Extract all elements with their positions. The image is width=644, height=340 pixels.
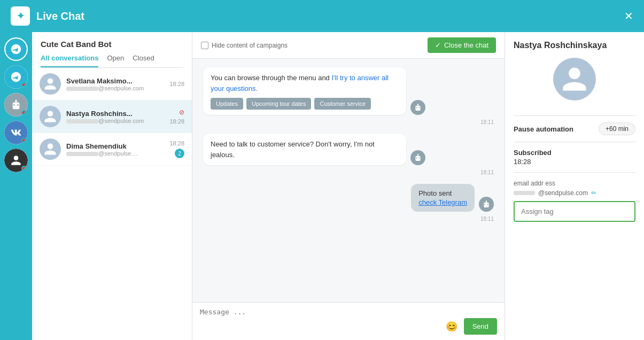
- message-time-2: 18:11: [203, 169, 494, 175]
- message-group-2: Need to talk to customer service? Don't …: [203, 134, 494, 175]
- divider-3: [514, 172, 635, 173]
- app-title: Live Chat: [36, 10, 624, 22]
- message-input[interactable]: [200, 308, 439, 335]
- contact-email-1: @sendpulse.com: [66, 85, 166, 91]
- main-layout: Cute Cat Band Bot All conversations Open…: [0, 32, 644, 340]
- photo-sent-text: Photo sent: [418, 189, 452, 197]
- pause-automation-button[interactable]: +60 min: [599, 122, 635, 135]
- message-btn-updates[interactable]: Updates: [211, 98, 243, 110]
- pause-automation-label: Pause automation: [514, 125, 573, 133]
- photo-message-bubble: Photo sent check Telegram: [411, 184, 475, 212]
- message-btn-tour[interactable]: Upcoming tour dates: [246, 98, 312, 110]
- contacts-scroll: Svetlana Maksimo... @sendpulse.com 18:28…: [32, 68, 192, 340]
- message-bubble-1: You can browse through the menu and I'll…: [203, 67, 406, 115]
- chat-toolbar: Hide content of campaigns ✓ Close the ch…: [192, 32, 505, 59]
- status-error-icon-2: ⊘: [179, 109, 184, 116]
- user-name-title: Nastya Roshchinskaya: [514, 41, 635, 50]
- contact-item-2[interactable]: Nastya Roshchins... @sendpulse.com ⊘ 18:…: [32, 101, 192, 133]
- divider-2: [514, 142, 635, 142]
- unread-badge-3: 2: [175, 149, 184, 158]
- email-blur-1: [66, 87, 98, 91]
- contact-tabs: All conversations Open Closed: [41, 54, 183, 68]
- chat-input-area: 😊 Send: [192, 302, 505, 340]
- sidebar-icon-1[interactable]: [4, 37, 28, 61]
- hide-campaigns-label: Hide content of campaigns: [212, 42, 288, 49]
- sidebar-icon-5[interactable]: [4, 149, 28, 172]
- logo-symbol: ✦: [17, 10, 25, 22]
- message-group-3: Photo sent check Telegram 18:11: [203, 184, 494, 222]
- message-wrap-1: You can browse through the menu and I'll…: [203, 67, 494, 115]
- send-button[interactable]: Send: [464, 318, 497, 335]
- right-panel: Nastya Roshchinskaya Pause automation +6…: [505, 32, 644, 340]
- contact-list: Cute Cat Band Bot All conversations Open…: [32, 32, 192, 340]
- contact-name-2: Nastya Roshchins...: [66, 110, 166, 118]
- subscribed-row: Subscribed 18:28: [514, 149, 635, 166]
- message-buttons-1: Updates Upcoming tour dates Customer ser…: [211, 98, 399, 110]
- contact-item-1[interactable]: Svetlana Maksimo... @sendpulse.com 18:28: [32, 68, 192, 101]
- contact-info-3: Dima Shemendiuk @sendpulse....: [66, 142, 166, 157]
- contact-avatar-2: [40, 106, 61, 127]
- message-text-2: Need to talk to customer service? Don't …: [211, 140, 375, 159]
- hide-campaigns-checkbox[interactable]: [201, 42, 208, 49]
- contact-info-2: Nastya Roshchins... @sendpulse.com: [66, 110, 166, 124]
- bot-avatar-3: [479, 197, 494, 212]
- hide-campaigns-toggle[interactable]: Hide content of campaigns: [201, 42, 288, 49]
- bot-avatar-1: [410, 100, 425, 115]
- sidebar-icon-4[interactable]: [4, 121, 28, 144]
- tab-open[interactable]: Open: [107, 54, 124, 67]
- pause-automation-row: Pause automation +60 min: [514, 122, 635, 135]
- sidebar-icon-3[interactable]: [4, 93, 28, 117]
- chat-messages: You can browse through the menu and I'll…: [192, 59, 505, 302]
- contact-meta-2: ⊘ 18:28: [169, 109, 184, 125]
- user-avatar-large: [553, 58, 596, 101]
- contact-name-3: Dima Shemendiuk: [66, 142, 166, 150]
- contact-time-2: 18:28: [169, 118, 184, 125]
- message-btn-service[interactable]: Customer service: [314, 98, 371, 110]
- email-blur-sm: [514, 191, 535, 195]
- contact-list-header: Cute Cat Band Bot All conversations Open…: [32, 32, 192, 68]
- message-time-1: 18:11: [203, 119, 494, 125]
- subscribed-label: Subscribed: [514, 149, 635, 157]
- email-value-row: @sendpulse.com ✏: [514, 189, 635, 197]
- tab-closed[interactable]: Closed: [133, 54, 154, 67]
- subscribed-time: 18:28: [514, 158, 635, 166]
- message-time-3: 18:11: [203, 216, 494, 222]
- bot-name: Cute Cat Band Bot: [41, 40, 183, 49]
- contact-name-1: Svetlana Maksimo...: [66, 77, 166, 85]
- app-logo: ✦: [11, 6, 30, 26]
- contact-meta-1: 18:28: [169, 81, 184, 87]
- message-group-1: You can browse through the menu and I'll…: [203, 67, 494, 125]
- contact-avatar-3: [40, 138, 61, 160]
- message-bubble-2: Need to talk to customer service? Don't …: [203, 134, 406, 165]
- message-wrap-3: Photo sent check Telegram: [203, 184, 494, 212]
- notification-badge-2: [21, 82, 27, 88]
- message-wrap-2: Need to talk to customer service? Don't …: [203, 134, 494, 165]
- contact-time-3: 18:28: [169, 140, 184, 146]
- email-blur-3: [66, 152, 98, 156]
- close-button[interactable]: ✕: [624, 10, 633, 22]
- contact-item-3[interactable]: Dima Shemendiuk @sendpulse.... 18:28 2: [32, 133, 192, 166]
- contact-email-3: @sendpulse....: [66, 150, 166, 157]
- close-chat-label: Close the chat: [444, 41, 488, 49]
- notification-badge-3: [21, 110, 27, 115]
- email-row: email addr ess @sendpulse.com ✏: [514, 179, 635, 197]
- sidebar-icons: [0, 32, 32, 340]
- email-label: email addr ess: [514, 180, 555, 187]
- chat-area: Hide content of campaigns ✓ Close the ch…: [192, 32, 505, 340]
- close-chat-button[interactable]: ✓ Close the chat: [428, 37, 496, 53]
- contact-meta-3: 18:28 2: [169, 140, 184, 158]
- app-header: ✦ Live Chat ✕: [0, 0, 644, 32]
- notification-badge-4: [21, 138, 27, 143]
- email-blur-2: [66, 119, 98, 123]
- check-telegram-link[interactable]: check Telegram: [418, 198, 467, 206]
- sidebar-icon-2[interactable]: [4, 65, 28, 89]
- edit-email-icon[interactable]: ✏: [591, 189, 596, 197]
- contact-info-1: Svetlana Maksimo... @sendpulse.com: [66, 77, 166, 91]
- emoji-button[interactable]: 😊: [444, 319, 460, 335]
- checkmark-icon: ✓: [435, 41, 441, 49]
- contact-email-2: @sendpulse.com: [66, 118, 166, 124]
- assign-tag-input[interactable]: [514, 201, 635, 222]
- tab-all-conversations[interactable]: All conversations: [41, 54, 98, 67]
- avatar-icon-1: [5, 38, 27, 60]
- divider-1: [514, 115, 635, 116]
